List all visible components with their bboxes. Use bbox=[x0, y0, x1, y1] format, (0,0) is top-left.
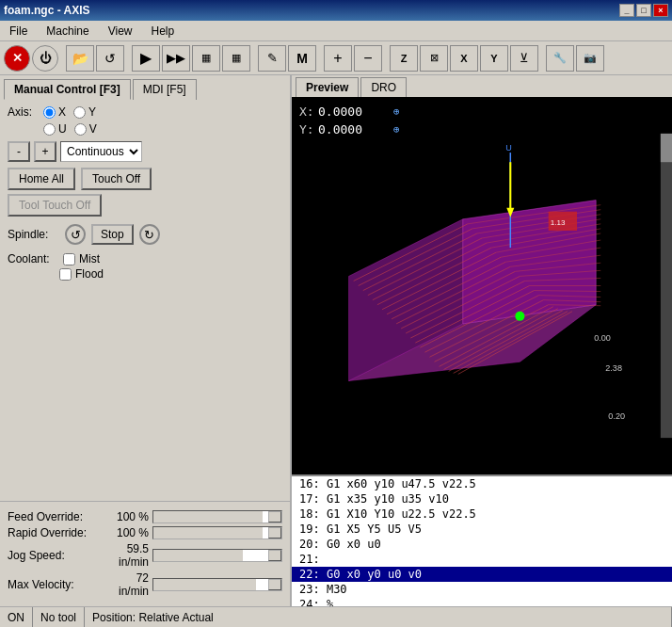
max-velocity-thumb[interactable] bbox=[268, 579, 281, 590]
power-btn[interactable]: ⏻ bbox=[32, 45, 58, 72]
minimize-btn[interactable]: _ bbox=[619, 4, 634, 17]
gcode-line-22: 22: G0 x0 y0 u0 v0 bbox=[292, 567, 672, 582]
menu-help[interactable]: Help bbox=[146, 23, 181, 40]
svg-text:1.13: 1.13 bbox=[551, 218, 566, 227]
right-panel: Preview DRO X: 0.0000 ⊕ Y: 0.0000 ⊕ U: bbox=[292, 75, 672, 606]
jog-row: - + Continuous 0.001 0.01 0.1 1 bbox=[8, 141, 282, 162]
axis-v-radio[interactable]: V bbox=[74, 122, 97, 136]
axis-y-radio[interactable]: Y bbox=[73, 105, 96, 119]
svg-point-47 bbox=[515, 312, 524, 321]
titlebar: foam.ngc - AXIS _ □ × bbox=[0, 0, 672, 21]
axis-u-radio[interactable]: U bbox=[43, 122, 67, 136]
gcode-line-16: 16: G1 x60 y10 u47.5 v22.5 bbox=[292, 476, 672, 491]
rapid-override-track[interactable] bbox=[152, 526, 282, 539]
axis-radio-group: X Y bbox=[43, 105, 96, 119]
feed-override-track[interactable] bbox=[152, 510, 282, 523]
gcode-linenum-21: 21: bbox=[299, 553, 320, 566]
toolbar: ✕ ⏻ 📂 ↺ ▶ ▶▶ ▦ ▦ ✎ M + − Z ⊠ X Y ⊻ 🔧 📷 bbox=[0, 41, 672, 75]
y-btn[interactable]: Y bbox=[480, 45, 508, 72]
tool-touch-off-btn[interactable]: Tool Touch Off bbox=[8, 194, 102, 217]
left-panel: Manual Control [F3] MDI [F5] Axis: X Y bbox=[0, 75, 292, 606]
camera-btn[interactable]: 📷 bbox=[576, 45, 604, 72]
tab-manual[interactable]: Manual Control [F3] bbox=[4, 79, 131, 100]
gcode-text-23: M30 bbox=[327, 583, 347, 596]
down-btn[interactable]: ⊻ bbox=[510, 45, 538, 72]
svg-text:2.38: 2.38 bbox=[605, 363, 622, 373]
close-btn[interactable]: × bbox=[653, 4, 668, 17]
feed-override-label: Feed Override: bbox=[8, 510, 111, 523]
status-state-text: ON bbox=[8, 611, 24, 624]
jog-speed-track[interactable] bbox=[152, 549, 282, 562]
menu-view[interactable]: View bbox=[103, 23, 138, 40]
gcode-text-18: G1 X10 Y10 u22.5 v22.5 bbox=[327, 507, 476, 521]
tab-bar: Manual Control [F3] MDI [F5] bbox=[0, 75, 290, 100]
status-state: ON bbox=[0, 607, 33, 627]
gcode-text-20: G0 x0 u0 bbox=[327, 538, 381, 551]
status-position-text: Position: Relative Actual bbox=[92, 611, 214, 624]
gcode-line-23: 23: M30 bbox=[292, 582, 672, 597]
step-btn[interactable]: ▶▶ bbox=[162, 45, 190, 72]
gcode-text-24: % bbox=[327, 598, 333, 606]
axis-selector-row: Axis: X Y bbox=[8, 105, 282, 119]
tab-preview[interactable]: Preview bbox=[296, 77, 359, 97]
jog-speed-thumb[interactable] bbox=[268, 550, 281, 561]
status-tool: No tool bbox=[33, 607, 85, 627]
axis-x-radio[interactable]: X bbox=[43, 105, 66, 119]
jog-plus-btn[interactable]: + bbox=[34, 141, 56, 162]
block2-btn[interactable]: ▦ bbox=[222, 45, 250, 72]
feed-override-thumb[interactable] bbox=[268, 511, 281, 522]
home-all-btn[interactable]: Home All bbox=[8, 168, 75, 190]
spindle-cw-btn[interactable]: ↻ bbox=[139, 224, 160, 245]
z-touch-btn[interactable]: Z bbox=[390, 45, 418, 72]
limits-btn[interactable]: ⊠ bbox=[420, 45, 448, 72]
menu-file[interactable]: File bbox=[4, 23, 33, 40]
gcode-text-17: G1 x35 y10 u35 v10 bbox=[327, 492, 449, 506]
menu-machine[interactable]: Machine bbox=[40, 23, 94, 40]
gcode-area[interactable]: 16: G1 x60 y10 u47.5 v22.5 17: G1 x35 y1… bbox=[292, 474, 672, 606]
touch-off-btn[interactable]: Touch Off bbox=[81, 168, 152, 190]
coolant-mist-row: Coolant: Mist bbox=[8, 252, 282, 265]
open-btn[interactable]: 📂 bbox=[66, 45, 94, 72]
titlebar-controls: _ □ × bbox=[619, 4, 668, 17]
svg-rect-55 bbox=[661, 134, 672, 438]
statusbar: ON No tool Position: Relative Actual bbox=[0, 606, 672, 627]
reload-btn[interactable]: ↺ bbox=[96, 45, 124, 72]
spindle-ccw-btn[interactable]: ↺ bbox=[65, 224, 86, 245]
coolant-flood-checkbox[interactable] bbox=[59, 268, 72, 281]
feed-override-fill bbox=[153, 511, 263, 522]
tab-dro[interactable]: DRO bbox=[360, 77, 407, 97]
tool-touchoff-row: Tool Touch Off bbox=[8, 194, 282, 217]
feed-override-value: 100 % bbox=[111, 510, 149, 523]
max-velocity-track[interactable] bbox=[152, 578, 282, 591]
tool-btn[interactable]: 🔧 bbox=[546, 45, 574, 72]
rapid-override-thumb[interactable] bbox=[268, 527, 281, 539]
minus-btn[interactable]: − bbox=[354, 45, 382, 72]
max-velocity-label: Max Velocity: bbox=[8, 578, 111, 591]
preview-canvas[interactable]: X: 0.0000 ⊕ Y: 0.0000 ⊕ U: 0.0000 ⊕ V: 0… bbox=[292, 97, 672, 474]
jog-speed-value: 59.5 in/min bbox=[111, 542, 149, 569]
tab-mdi[interactable]: MDI [F5] bbox=[133, 79, 197, 100]
m-btn[interactable]: M bbox=[288, 45, 316, 72]
axis-label: Axis: bbox=[8, 105, 36, 119]
jog-minus-btn[interactable]: - bbox=[8, 141, 30, 162]
max-velocity-fill bbox=[153, 579, 256, 590]
window-title: foam.ngc - AXIS bbox=[4, 4, 90, 17]
plus-btn[interactable]: + bbox=[324, 45, 352, 72]
gcode-line-20: 20: G0 x0 u0 bbox=[292, 537, 672, 552]
edit-btn[interactable]: ✎ bbox=[258, 45, 286, 72]
x-btn[interactable]: X bbox=[450, 45, 478, 72]
svg-text:U: U bbox=[505, 143, 512, 153]
status-tool-text: No tool bbox=[40, 611, 76, 624]
gcode-linenum-16: 16: bbox=[299, 477, 327, 490]
coolant-mist-checkbox[interactable] bbox=[63, 253, 75, 265]
estop-btn[interactable]: ✕ bbox=[4, 45, 30, 72]
maximize-btn[interactable]: □ bbox=[636, 4, 651, 17]
jog-speed-select[interactable]: Continuous 0.001 0.01 0.1 1 bbox=[60, 141, 142, 162]
gcode-line-21: 21: bbox=[292, 552, 672, 567]
spindle-stop-btn[interactable]: Stop bbox=[91, 224, 134, 245]
svg-text:0.00: 0.00 bbox=[594, 333, 611, 343]
run-btn[interactable]: ▶ bbox=[132, 45, 160, 72]
main-area: Manual Control [F3] MDI [F5] Axis: X Y bbox=[0, 75, 672, 606]
block1-btn[interactable]: ▦ bbox=[192, 45, 220, 72]
coolant-flood-row: Flood bbox=[59, 267, 282, 281]
